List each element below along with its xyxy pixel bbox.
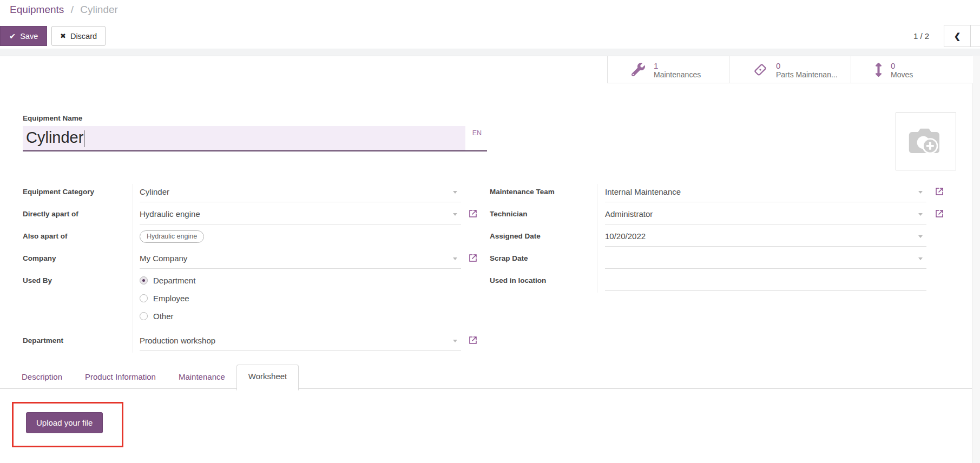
- tab-product-information[interactable]: Product Information: [74, 366, 167, 388]
- save-button[interactable]: ✔ Save: [0, 26, 47, 46]
- chevron-down-icon[interactable]: [918, 257, 923, 260]
- moves-count: 0: [891, 61, 913, 70]
- field-used-by: Used By Department: [23, 272, 481, 289]
- moves-label: Moves: [891, 70, 913, 80]
- breadcrumb-current-record: Cylinder: [80, 4, 118, 15]
- language-badge[interactable]: EN: [467, 127, 487, 139]
- used-in-location-label: Used in location: [490, 272, 597, 294]
- field-scrap-date: Scrap Date: [490, 249, 926, 272]
- chevron-down-icon[interactable]: [918, 191, 923, 194]
- close-icon: ✖: [60, 32, 66, 40]
- equipment-category-input[interactable]: Cylinder: [140, 183, 461, 202]
- arrows-v-icon: [875, 63, 882, 77]
- scrollbar-track[interactable]: [973, 56, 980, 463]
- maintenance-team-value: Internal Maintenance: [605, 187, 681, 196]
- field-company: Company My Company: [23, 249, 481, 272]
- tab-worksheet[interactable]: Worksheet: [236, 365, 299, 391]
- company-label: Company: [23, 249, 133, 272]
- assigned-date-input[interactable]: 10/20/2022: [605, 227, 926, 247]
- pager-next-button[interactable]: ❯: [971, 25, 980, 47]
- scrap-date-input[interactable]: [605, 249, 926, 269]
- check-icon: ✔: [9, 32, 16, 41]
- equipment-name-value: Cylinder: [26, 129, 83, 146]
- chevron-down-icon[interactable]: [453, 213, 457, 216]
- upload-file-button[interactable]: Upload your file: [26, 412, 103, 433]
- radio-row-employee: Employee: [23, 289, 481, 307]
- breadcrumb: Equipments / Cylinder: [10, 4, 118, 16]
- chevron-down-icon[interactable]: [918, 235, 923, 238]
- chevron-down-icon[interactable]: [453, 257, 457, 260]
- internal-link-icon[interactable]: [468, 209, 478, 219]
- radio-option-other[interactable]: Other: [140, 307, 481, 325]
- department-input[interactable]: Production workshop: [140, 332, 461, 351]
- field-technician: Technician Administrator: [490, 205, 926, 227]
- company-input[interactable]: My Company: [140, 249, 461, 269]
- chevron-down-icon[interactable]: [918, 213, 923, 216]
- stat-button-parts-maintenance[interactable]: 0 Parts Maintenan...: [729, 56, 851, 83]
- radio-row-other: Other: [23, 307, 481, 325]
- field-directly-apart-of: Directly apart of Hydraulic engine: [23, 205, 481, 227]
- technician-label: Technician: [490, 205, 597, 227]
- assigned-date-value: 10/20/2022: [605, 232, 646, 241]
- radio-unselected-icon[interactable]: [140, 294, 148, 302]
- equipment-name-label: Equipment Name: [23, 114, 82, 122]
- field-department: Department Production workshop: [23, 332, 481, 354]
- equipment-name-input[interactable]: Cylinder EN: [23, 126, 487, 151]
- maintenance-team-label: Maintenance Team: [490, 183, 597, 205]
- radio-unselected-icon[interactable]: [140, 312, 148, 320]
- internal-link-icon[interactable]: [468, 335, 478, 345]
- form-group-right: Maintenance Team Internal Maintenance Te…: [490, 183, 926, 294]
- breadcrumb-equipments-link[interactable]: Equipments: [10, 4, 64, 15]
- form-sheet: 1 Maintenances 0 Parts Maintenan... 0 Mo…: [0, 56, 972, 463]
- parts-maintenance-label: Parts Maintenan...: [776, 70, 838, 80]
- stat-button-row: 1 Maintenances 0 Parts Maintenan... 0 Mo…: [607, 56, 972, 83]
- radio-other-label: Other: [153, 312, 174, 321]
- equipment-form-page: Equipments / Cylinder ✔ Save ✖ Discard 1…: [0, 0, 980, 463]
- stat-button-maintenances[interactable]: 1 Maintenances: [607, 56, 729, 83]
- radio-selected-icon[interactable]: [140, 276, 148, 285]
- equipment-image-upload[interactable]: [896, 113, 956, 170]
- field-used-in-location: Used in location: [490, 272, 926, 294]
- discard-button[interactable]: ✖ Discard: [51, 26, 106, 46]
- used-in-location-input[interactable]: [605, 272, 926, 291]
- directly-apart-of-input[interactable]: Hydraulic engine: [140, 205, 461, 224]
- notebook-tabs: Description Product Information Maintena…: [0, 364, 972, 389]
- technician-input[interactable]: Administrator: [605, 205, 926, 224]
- parts-maintenance-count: 0: [776, 61, 838, 70]
- tab-maintenance[interactable]: Maintenance: [167, 366, 236, 388]
- save-button-label: Save: [20, 32, 38, 41]
- internal-link-icon[interactable]: [468, 253, 478, 263]
- also-apart-of-input[interactable]: Hydraulic engine: [140, 227, 461, 247]
- wrench-icon: [632, 63, 645, 76]
- scrap-date-label: Scrap Date: [490, 249, 597, 272]
- chevron-left-icon: ❮: [954, 31, 961, 41]
- internal-link-icon[interactable]: [935, 187, 944, 196]
- tab-description[interactable]: Description: [10, 366, 74, 388]
- pager-previous-button[interactable]: ❮: [944, 25, 971, 47]
- directly-apart-of-label: Directly apart of: [23, 205, 133, 227]
- stat-button-moves[interactable]: 0 Moves: [851, 56, 972, 83]
- field-also-apart-of: Also apart of Hydraulic engine: [23, 227, 481, 249]
- equipment-category-label: Equipment Category: [23, 183, 133, 205]
- also-apart-of-label: Also apart of: [23, 227, 133, 249]
- maintenance-team-input[interactable]: Internal Maintenance: [605, 183, 926, 202]
- field-assigned-date: Assigned Date 10/20/2022: [490, 227, 926, 249]
- used-by-label: Used By: [23, 272, 133, 289]
- department-value: Production workshop: [140, 336, 215, 345]
- radio-department-label: Department: [153, 276, 195, 285]
- radio-option-department[interactable]: Department: [140, 272, 481, 289]
- tag-hydraulic-engine[interactable]: Hydraulic engine: [140, 230, 204, 243]
- equipment-category-value: Cylinder: [140, 187, 169, 196]
- internal-link-icon[interactable]: [935, 209, 944, 219]
- content-divider: [0, 49, 980, 56]
- chevron-down-icon[interactable]: [453, 191, 457, 194]
- radio-option-employee[interactable]: Employee: [140, 289, 481, 307]
- assigned-date-label: Assigned Date: [490, 227, 597, 249]
- camera-plus-icon: [905, 124, 947, 160]
- tag-icon: [753, 63, 767, 77]
- maintenances-count: 1: [654, 61, 701, 70]
- form-group-left: Equipment Category Cylinder Directly apa…: [23, 183, 481, 354]
- field-equipment-category: Equipment Category Cylinder: [23, 183, 481, 205]
- directly-apart-of-value: Hydraulic engine: [140, 209, 200, 219]
- chevron-down-icon[interactable]: [453, 340, 457, 342]
